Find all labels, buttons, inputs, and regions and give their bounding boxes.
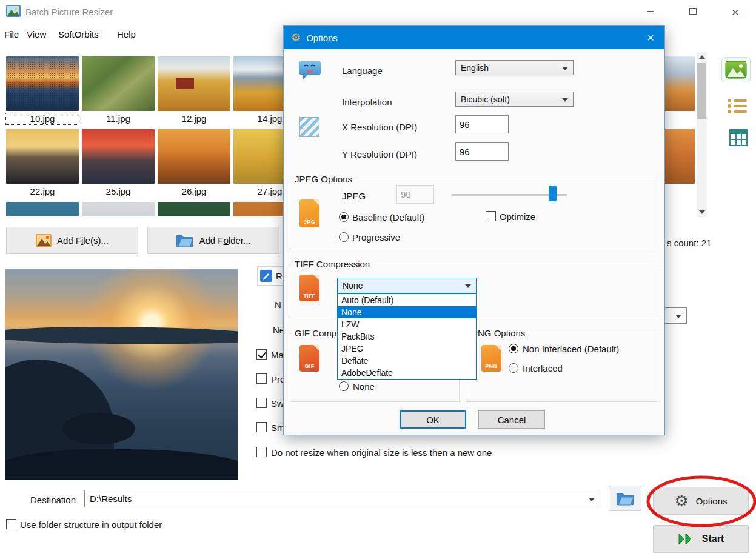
thumbnail-label[interactable]: 10.jpg — [6, 113, 79, 124]
menu-view[interactable]: View — [27, 29, 46, 39]
maintain-checkbox[interactable] — [256, 349, 267, 360]
add-folder-label: Add Folder... — [199, 235, 250, 246]
photo-view-icon — [725, 61, 747, 79]
jpg-file-icon: JPG — [299, 199, 319, 227]
png-file-icon: PNG — [481, 345, 501, 372]
tiff-selected-value: None — [343, 281, 363, 290]
language-value: English — [461, 63, 489, 73]
start-button[interactable]: Start — [653, 525, 749, 553]
destination-combo[interactable]: D:\Results — [84, 490, 600, 507]
ok-button[interactable]: OK — [400, 410, 466, 429]
thumbnail-scrollbar[interactable] — [697, 52, 707, 217]
browse-folder-button[interactable] — [609, 486, 641, 511]
tiff-file-icon: TIFF — [299, 275, 319, 301]
list-view-icon — [727, 98, 748, 114]
thumbnail-selected[interactable] — [6, 56, 79, 111]
preserve-checkbox[interactable] — [256, 373, 267, 384]
dropdown-option[interactable]: AdobeDeflate — [338, 367, 476, 379]
gif-none-radio[interactable] — [339, 381, 349, 391]
dropdown-option-selected[interactable]: None — [338, 306, 476, 318]
options-dialog: ⚙ Options × Language English Interpolati… — [283, 25, 665, 435]
tiff-dropdown-list: Auto (Default) None LZW PackBits JPEG De… — [337, 293, 477, 380]
tiff-group-title: TIFF Compression — [292, 259, 372, 269]
cancel-button[interactable]: Cancel — [478, 410, 545, 429]
tiff-compression-select[interactable]: None — [337, 278, 477, 293]
browse-folder-icon — [616, 491, 634, 506]
gear-icon: ⚙ — [291, 31, 301, 44]
language-label: Language — [342, 65, 383, 76]
scroll-up-button[interactable] — [697, 52, 707, 62]
thumbnail-partial[interactable] — [158, 202, 230, 216]
thumbnail-label[interactable]: 11.jpg — [82, 113, 155, 124]
interpolation-select[interactable]: Bicubic (soft) — [455, 92, 574, 107]
non-interlaced-radio[interactable] — [509, 344, 518, 353]
minimize-button[interactable] — [640, 2, 661, 21]
tiff-icon-label: TIFF — [303, 293, 315, 299]
thumbnail[interactable] — [158, 129, 230, 184]
progressive-radio[interactable] — [339, 232, 349, 242]
use-folder-structure-checkbox[interactable] — [6, 519, 16, 529]
dropdown-option[interactable]: Deflate — [338, 355, 476, 367]
close-button[interactable]: × — [725, 2, 746, 21]
gif-none-label: None — [353, 381, 375, 392]
thumbnail-view-button[interactable] — [721, 57, 751, 82]
language-select[interactable]: English — [455, 60, 574, 75]
list-view-button[interactable] — [725, 96, 749, 116]
batch-picture-resizer-window: Batch Picture Resizer × File View SoftOr… — [0, 0, 756, 559]
scroll-up-icon — [699, 55, 705, 59]
switch-label-partial: Sw — [271, 398, 284, 409]
menu-file[interactable]: File — [4, 29, 19, 39]
interpolation-label: Interpolation — [342, 97, 392, 107]
optimize-label: Optimize — [500, 212, 535, 222]
dialog-close-button[interactable]: × — [641, 28, 660, 47]
dropdown-option[interactable]: LZW — [338, 318, 476, 330]
thumbnail-partial[interactable] — [82, 202, 155, 216]
thumbnail[interactable] — [82, 129, 155, 184]
thumbnail[interactable] — [82, 56, 155, 111]
start-chevrons-icon — [678, 532, 695, 546]
thumbnail-label[interactable]: 26.jpg — [158, 186, 230, 197]
scroll-down-button[interactable] — [697, 207, 707, 217]
dropdown-option[interactable]: PackBits — [338, 330, 476, 343]
thumbnail[interactable] — [158, 56, 230, 111]
menu-softorbits[interactable]: SoftOrbits — [58, 29, 99, 39]
maximize-button[interactable] — [683, 2, 703, 21]
table-view-button[interactable] — [727, 127, 750, 148]
thumbnail[interactable] — [6, 129, 79, 184]
x-resolution-input[interactable] — [455, 115, 509, 133]
jpeg-quality-input — [396, 185, 434, 204]
y-resolution-label: Y Resolution (DPI) — [342, 149, 417, 159]
switch-checkbox[interactable] — [256, 398, 267, 408]
thumbnail-label[interactable]: 25.jpg — [82, 186, 155, 197]
scroll-down-icon — [699, 210, 705, 214]
dropdown-option[interactable]: Auto (Default) — [338, 294, 476, 306]
preview-island — [62, 413, 135, 444]
do-not-resize-label: Do not resize when original size is less… — [271, 447, 492, 458]
smart-checkbox[interactable] — [256, 422, 267, 432]
options-dialog-titlebar[interactable]: ⚙ Options — [284, 26, 664, 49]
x-resolution-label: X Resolution (DPI) — [342, 122, 417, 132]
interlaced-radio[interactable] — [509, 363, 518, 373]
baseline-radio[interactable] — [339, 212, 349, 222]
progressive-label: Progressive — [352, 232, 400, 243]
dropdown-option[interactable]: JPEG — [338, 343, 476, 355]
maximize-icon — [689, 8, 697, 15]
jpeg-group-title: JPEG Options — [292, 174, 355, 184]
do-not-resize-checkbox[interactable] — [256, 447, 267, 457]
add-folder-button[interactable]: Add Folder... — [147, 227, 279, 254]
close-icon: × — [732, 5, 739, 18]
optimize-checkbox[interactable] — [486, 211, 496, 221]
add-files-label: Add File(s)... — [57, 235, 109, 246]
thumbnail-label[interactable]: 22.jpg — [6, 186, 79, 197]
add-files-button[interactable]: Add File(s)... — [6, 227, 138, 254]
options-button[interactable]: ⚙ Options — [653, 487, 749, 515]
menu-help[interactable]: Help — [117, 29, 136, 39]
thumbnail-partial[interactable] — [6, 202, 79, 216]
thumbnail-label[interactable]: 12.jpg — [158, 113, 230, 124]
jpeg-quality-slider-thumb[interactable] — [549, 186, 557, 201]
scrollbar-thumb[interactable] — [697, 63, 706, 119]
maintain-label-partial: Ma — [271, 350, 284, 360]
y-resolution-input[interactable] — [455, 142, 509, 161]
minimize-icon — [647, 11, 654, 12]
add-folder-icon — [176, 233, 193, 247]
